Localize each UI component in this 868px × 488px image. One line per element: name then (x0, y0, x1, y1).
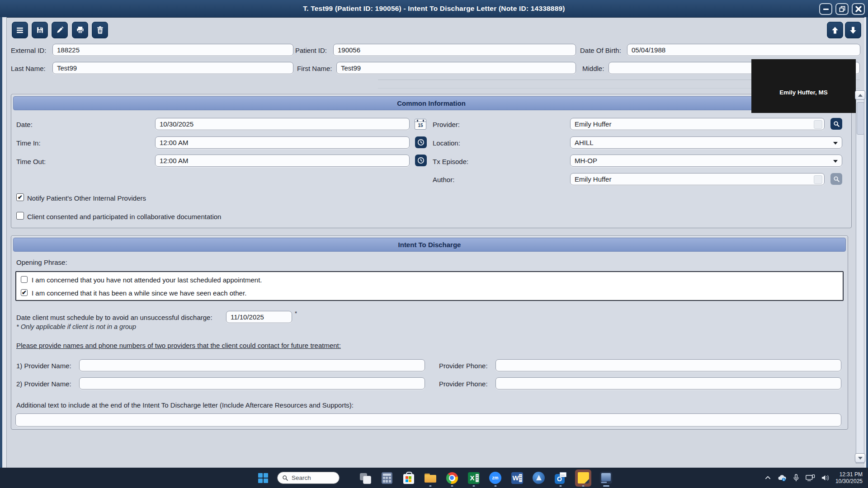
blue-circle-app-button[interactable] (531, 469, 546, 487)
taskbar: Search (0, 468, 868, 488)
patient-id-label: Patient ID: (295, 47, 327, 54)
calendar-picker-button[interactable]: 15 (415, 119, 426, 130)
provider-search-button[interactable] (830, 118, 842, 130)
provider1-phone-field[interactable] (495, 359, 841, 371)
provider2-name-label: 2) Provider Name: (16, 380, 71, 388)
close-button[interactable] (852, 3, 865, 15)
dob-field[interactable]: 05/04/1988 (627, 44, 860, 56)
external-id-field[interactable]: 188225 (52, 44, 293, 56)
time-in-clock-button[interactable] (415, 136, 427, 148)
first-name-value: Test99 (341, 64, 361, 72)
author-field[interactable]: Emily Huffer (570, 173, 825, 185)
save-button[interactable] (32, 22, 48, 38)
taskbar-search-input[interactable]: Search (277, 472, 340, 484)
active-app-highlight (575, 469, 591, 487)
opening-phrase-option1-checkbox[interactable] (21, 276, 28, 283)
start-button[interactable] (255, 469, 270, 487)
scroll-up-button[interactable] (855, 90, 865, 100)
intent-to-discharge-title: Intent To Discharge (398, 241, 461, 249)
taskbar-clock[interactable]: 12:31 PM 10/30/2025 (835, 471, 863, 485)
additional-text-field[interactable] (15, 413, 841, 427)
network-display-icon[interactable] (805, 474, 815, 482)
pencil-icon (56, 26, 64, 34)
date-value: 10/30/2025 (160, 120, 193, 128)
location-dropdown[interactable]: AHILL (570, 136, 842, 149)
system-tray: 12:31 PM 10/30/2025 (764, 468, 863, 488)
minimize-icon (823, 9, 829, 10)
time-out-clock-button[interactable] (415, 155, 427, 166)
patient-id-value: 190056 (338, 46, 360, 54)
delete-button[interactable] (92, 22, 108, 38)
chrome-button[interactable] (444, 469, 459, 487)
printer-icon (76, 26, 85, 34)
patient-id-field[interactable]: 190056 (333, 44, 576, 56)
notify-providers-label: Notify Patient's Other Internal Provider… (27, 194, 146, 202)
scroll-down-button[interactable] (855, 453, 865, 463)
group-applicability-note: * Only applicable if client is not in a … (16, 323, 136, 330)
middle-name-label: Middle: (582, 65, 604, 72)
file-explorer-button[interactable] (423, 469, 438, 487)
provider1-name-field[interactable] (79, 359, 425, 371)
clock-icon (417, 157, 425, 164)
opening-phrase-option2-checkbox[interactable]: ✔ (21, 289, 28, 296)
opening-phrase-option1-label: I am concerned that you have not attende… (32, 276, 262, 284)
notes-app-button[interactable] (575, 469, 592, 487)
search-icon (833, 121, 840, 127)
restore-icon (839, 5, 846, 13)
provider-value: Emily Huffer (575, 120, 611, 128)
nav-down-button[interactable] (845, 22, 861, 38)
excel-icon: X (468, 472, 480, 484)
nav-up-button[interactable] (827, 22, 843, 38)
task-view-icon (360, 473, 371, 483)
print-button[interactable] (72, 22, 88, 38)
blue-circle-app-icon (533, 472, 545, 484)
remote-desktop-app-button[interactable] (599, 469, 613, 487)
menu-button[interactable] (12, 22, 28, 38)
restore-button[interactable] (835, 3, 849, 15)
time-in-label: Time In: (16, 139, 41, 147)
microsoft-store-button[interactable] (401, 469, 416, 487)
onedrive-cloud-icon[interactable] (777, 474, 787, 482)
microphone-icon[interactable] (793, 474, 799, 482)
save-icon (36, 26, 44, 34)
client-consent-checkbox[interactable] (16, 212, 24, 220)
external-id-value: 188225 (57, 46, 80, 54)
windows-logo-icon (258, 473, 268, 483)
outlook-button[interactable]: O (553, 469, 568, 487)
last-name-field[interactable]: Test99 (52, 62, 293, 74)
zoom-button[interactable]: zm (488, 469, 503, 487)
calculator-app-button[interactable] (379, 469, 394, 487)
word-button[interactable]: W (509, 469, 524, 487)
chevron-down-icon (833, 142, 838, 145)
opening-phrase-option2-label: I am concerned that it has been a while … (32, 289, 246, 297)
edit-button[interactable] (52, 22, 68, 38)
opening-phrase-label: Opening Phrase: (16, 258, 67, 266)
provider-field[interactable]: Emily Huffer (570, 118, 825, 130)
sticky-note-icon (578, 472, 589, 483)
speaker-icon[interactable] (821, 474, 830, 482)
task-view-button[interactable] (358, 469, 373, 487)
window-titlebar: T. Test99 (Patient ID: 190056) - Intent … (0, 0, 868, 18)
provider2-phone-field[interactable] (495, 377, 841, 389)
tray-chevron-up-icon[interactable] (764, 474, 771, 481)
author-search-button[interactable] (830, 173, 842, 185)
tx-episode-value: MH-OP (575, 157, 597, 164)
first-name-field[interactable]: Test99 (336, 62, 576, 74)
tx-episode-dropdown[interactable]: MH-OP (570, 155, 842, 167)
clock-time: 12:31 PM (835, 471, 863, 478)
provider2-name-field[interactable] (79, 377, 425, 389)
vertical-scrollbar-track[interactable] (856, 90, 864, 464)
last-name-label: Last Name: (11, 65, 46, 72)
checkmark-icon: ✔ (22, 290, 27, 296)
time-out-field[interactable]: 12:00 AM (155, 155, 410, 167)
excel-button[interactable]: X (466, 469, 481, 487)
first-name-label: First Name: (297, 65, 332, 72)
vertical-scrollbar-thumb[interactable] (857, 102, 864, 135)
minimize-button[interactable] (819, 3, 832, 15)
time-in-field[interactable]: 12:00 AM (155, 136, 410, 149)
schedule-date-field[interactable]: 11/10/2025 (226, 311, 292, 323)
provider-clear-button (814, 120, 822, 129)
outlook-icon: O (555, 472, 566, 484)
date-field[interactable]: 10/30/2025 (155, 118, 410, 130)
notify-providers-checkbox[interactable]: ✔ (16, 193, 24, 201)
